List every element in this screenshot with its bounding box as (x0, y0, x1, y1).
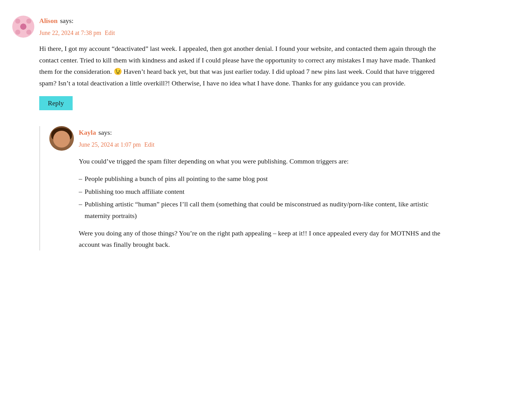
list-item: – People publishing a bunch of pins all … (79, 173, 441, 184)
kayla-edit-link[interactable]: Edit (144, 141, 154, 148)
comment-body: Hi there, I got my account “deactivated”… (39, 43, 441, 89)
kayla-says-text: says: (98, 127, 112, 138)
kayla-date-line: June 25, 2024 at 1:07 pm Edit (79, 139, 154, 150)
list-item-text: Publishing too much affiliate content (85, 186, 184, 197)
alison-comment: Alison says: June 22, 2024 at 7:38 pm Ed… (12, 15, 441, 250)
list-item-text: Publishing artistic “human” pieces I’ll … (85, 198, 441, 221)
says-text: says: (60, 15, 74, 26)
kayla-author-name: Kayla (79, 127, 96, 138)
author-line: Alison says: (39, 15, 115, 26)
kayla-comment-header: Kayla says: June 25, 2024 at 1:07 pm Edi… (49, 126, 441, 151)
nested-comment: Kayla says: June 25, 2024 at 1:07 pm Edi… (39, 126, 441, 250)
avatar (12, 16, 34, 38)
comment-meta: Alison says: June 22, 2024 at 7:38 pm Ed… (39, 15, 115, 38)
kayla-comment-body: You could’ve trigged the spam filter dep… (79, 156, 441, 250)
alison-comment-header: Alison says: June 22, 2024 at 7:38 pm Ed… (12, 15, 441, 38)
kayla-list: – People publishing a bunch of pins all … (79, 173, 441, 221)
reply-button[interactable]: Reply (39, 96, 73, 110)
list-item: – Publishing too much affiliate content (79, 186, 441, 197)
list-item-text: People publishing a bunch of pins all po… (85, 173, 268, 184)
list-item: – Publishing artistic “human” pieces I’l… (79, 198, 441, 221)
kayla-outro: Were you doing any of those things? You’… (79, 227, 441, 250)
kayla-comment-meta: Kayla says: June 25, 2024 at 1:07 pm Edi… (79, 127, 154, 150)
kayla-comment-date: June 25, 2024 at 1:07 pm (79, 141, 141, 148)
edit-link[interactable]: Edit (105, 29, 115, 36)
avatar (49, 126, 74, 151)
comment-date-line: June 22, 2024 at 7:38 pm Edit (39, 27, 115, 38)
comment-section: Alison says: June 22, 2024 at 7:38 pm Ed… (12, 9, 441, 263)
kayla-intro: You could’ve trigged the spam filter dep… (79, 156, 441, 167)
comment-date: June 22, 2024 at 7:38 pm (39, 29, 101, 36)
author-name: Alison (39, 15, 58, 26)
kayla-author-line: Kayla says: (79, 127, 154, 138)
